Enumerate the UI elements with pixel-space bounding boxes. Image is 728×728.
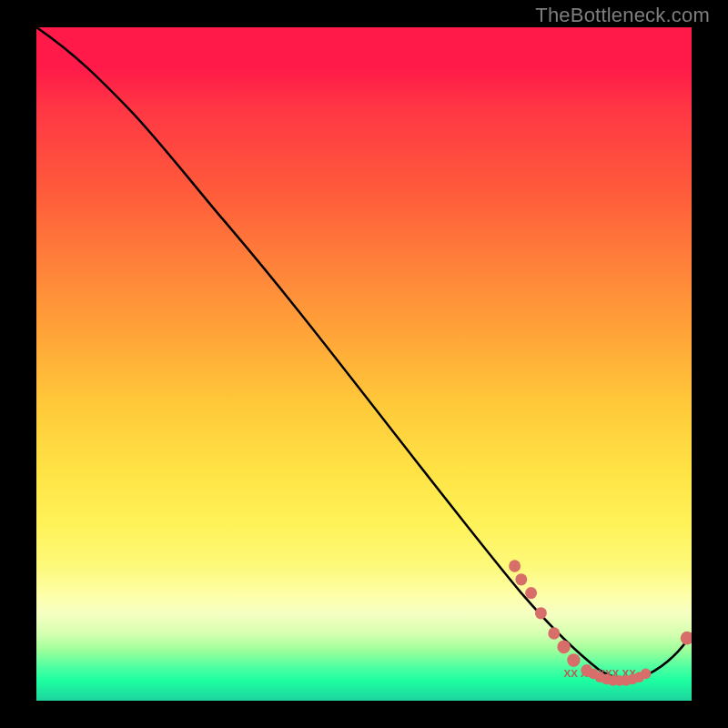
watermark-text: TheBottleneck.com xyxy=(535,4,710,27)
marker-dot xyxy=(535,607,547,619)
marker-dot xyxy=(557,640,570,653)
marker-dot xyxy=(548,627,560,639)
chart-stage: TheBottleneck.com XX XX-XXX XX xyxy=(0,0,728,728)
marker-dot xyxy=(567,653,580,667)
curve-layer: XX XX-XXX XX xyxy=(36,27,692,701)
plot-area: XX XX-XXX XX xyxy=(36,27,692,701)
marker-dot xyxy=(515,573,527,585)
marker-dot xyxy=(681,632,692,645)
marker-dot xyxy=(525,587,537,599)
bottleneck-curve xyxy=(36,27,692,679)
marker-dot xyxy=(509,560,521,571)
marker-dot xyxy=(641,668,652,679)
